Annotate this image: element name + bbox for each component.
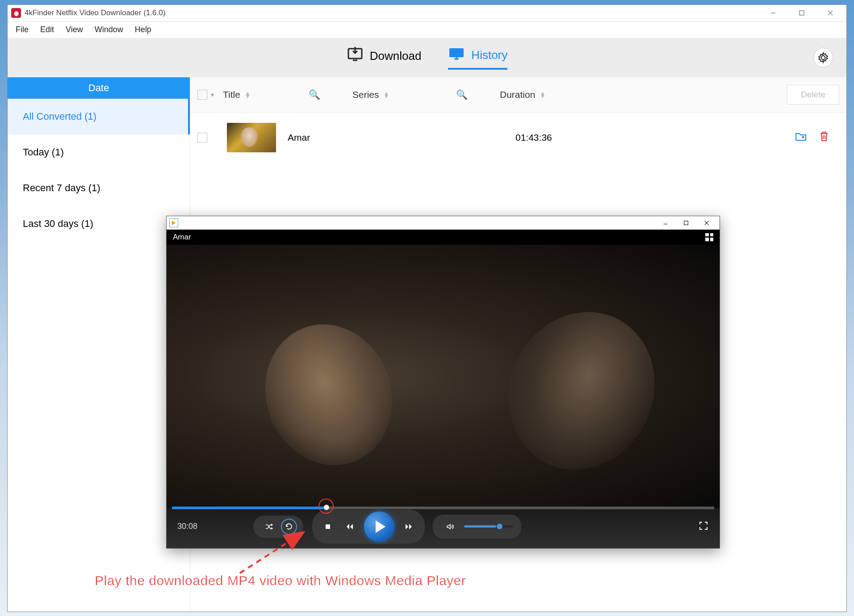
row-actions (795, 130, 830, 145)
tab-history[interactable]: History (448, 45, 507, 70)
repeat-button[interactable] (281, 519, 297, 535)
svg-rect-10 (684, 221, 688, 225)
menu-window[interactable]: Window (90, 23, 128, 36)
open-folder-button[interactable] (795, 130, 807, 145)
settings-button[interactable] (813, 48, 833, 67)
volume-group (433, 515, 521, 539)
row-title: Amar (288, 132, 515, 143)
video-thumbnail[interactable] (227, 123, 276, 152)
select-dropdown-icon[interactable]: ▾ (211, 91, 214, 98)
tabbar: Download History (8, 38, 846, 77)
player-close-button[interactable] (696, 217, 717, 229)
sort-icon: ▲▼ (384, 92, 389, 98)
play-button[interactable] (364, 511, 394, 542)
col-series[interactable]: Series ▲▼ 🔍 (352, 89, 500, 100)
mute-button[interactable] (441, 517, 460, 536)
download-icon (347, 46, 364, 66)
player-minimize-button[interactable] (655, 217, 676, 229)
sidebar-item-last-30[interactable]: Last 30 days (1) (8, 206, 190, 242)
minimize-button[interactable] (764, 6, 782, 20)
shuffle-button[interactable] (260, 517, 278, 536)
menu-help[interactable]: Help (130, 23, 156, 36)
next-button[interactable] (400, 517, 419, 536)
volume-fill (464, 525, 496, 528)
seek-progress (172, 507, 324, 509)
sidebar-item-today[interactable]: Today (1) (8, 134, 190, 170)
svg-rect-6 (449, 48, 464, 57)
sidebar-item-all-converted[interactable]: All Converted (1) (8, 99, 190, 134)
left-control-group (253, 515, 303, 538)
player-video-area[interactable] (167, 245, 720, 508)
app-window: ◉ 4kFinder Netflix Video Downloader (1.6… (7, 4, 847, 612)
player-maximize-button[interactable] (676, 217, 696, 229)
menubar: File Edit View Window Help (8, 22, 846, 38)
row-duration: 01:43:36 (515, 132, 658, 143)
menu-file[interactable]: File (11, 23, 33, 36)
delete-button[interactable]: Delete (787, 85, 839, 105)
sidebar-item-recent-7[interactable]: Recent 7 days (1) (8, 170, 190, 206)
search-series-icon[interactable]: 🔍 (456, 89, 468, 100)
titlebar: ◉ 4kFinder Netflix Video Downloader (1.6… (8, 5, 846, 22)
seek-bar[interactable] (172, 507, 714, 509)
volume-knob[interactable] (496, 523, 503, 530)
player-controls: 30:08 (167, 508, 720, 548)
tab-history-label: History (471, 48, 507, 62)
app-title: 4kFinder Netflix Video Downloader (1.6.0… (25, 8, 764, 17)
annotation-circle (318, 499, 334, 514)
close-button[interactable] (821, 6, 839, 20)
select-all-checkbox[interactable] (197, 90, 207, 100)
window-controls (764, 6, 839, 20)
menu-view[interactable]: View (61, 23, 88, 36)
player-video-title: Amar (173, 233, 191, 242)
svg-rect-1 (800, 11, 804, 15)
maximize-button[interactable] (793, 6, 811, 20)
playback-control-group (312, 510, 425, 544)
search-title-icon[interactable]: 🔍 (309, 89, 320, 100)
col-duration[interactable]: Duration ▲▼ (500, 89, 638, 100)
delete-row-button[interactable] (818, 130, 830, 145)
sidebar: Date All Converted (1) Today (1) Recent … (8, 77, 190, 612)
sort-icon: ▲▼ (540, 92, 545, 98)
menu-edit[interactable]: Edit (36, 23, 59, 36)
table-row: Amar 01:43:36 (190, 113, 846, 162)
wmp-icon (169, 218, 178, 227)
tab-download-label: Download (370, 49, 422, 63)
gear-icon (817, 52, 829, 63)
row-checkbox[interactable] (197, 133, 207, 142)
player-view-mode-button[interactable] (705, 233, 713, 241)
player-titlebar (167, 216, 720, 230)
col-title[interactable]: Title ▲▼ 🔍 (223, 89, 352, 100)
app-icon: ◉ (11, 8, 21, 18)
svg-rect-13 (326, 524, 330, 529)
media-player-window: Amar 30:08 (166, 216, 720, 549)
volume-slider[interactable] (464, 525, 513, 528)
sidebar-header: Date (8, 77, 190, 99)
history-icon (448, 45, 465, 65)
timecode: 30:08 (177, 522, 244, 531)
player-header: Amar (167, 230, 720, 245)
previous-button[interactable] (340, 517, 359, 536)
annotation-text: Play the downloaded MP4 video with Windo… (95, 573, 466, 588)
sort-icon: ▲▼ (245, 92, 251, 98)
table-header: ▾ Title ▲▼ 🔍 Series ▲▼ 🔍 Duration ▲▼ Del… (190, 77, 846, 113)
fullscreen-button[interactable] (698, 520, 709, 533)
tab-download[interactable]: Download (347, 46, 422, 69)
stop-button[interactable] (318, 517, 337, 536)
